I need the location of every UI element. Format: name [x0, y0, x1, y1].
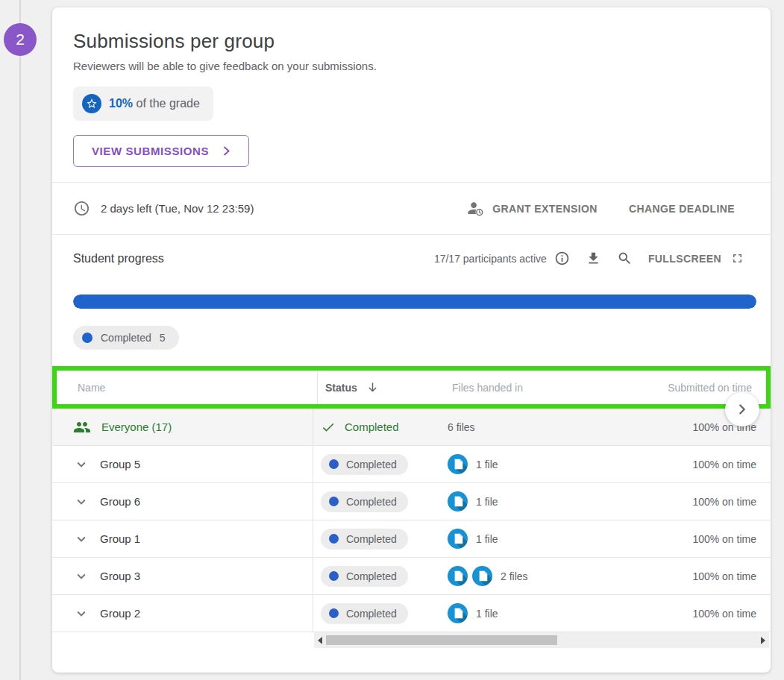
view-submissions-label: VIEW SUBMISSIONS	[92, 145, 209, 157]
page-subtitle: Reviewers will be able to give feedback …	[73, 60, 750, 72]
table-row-group-2[interactable]: Group 2 Completed 1 file 100% on time	[52, 595, 771, 632]
row-name: Group 1	[100, 532, 140, 545]
status-dot	[329, 608, 339, 618]
legend-completed-chip[interactable]: Completed 5	[73, 326, 179, 350]
table-row-group-3[interactable]: Group 3 Completed 2 files	[52, 558, 771, 595]
status-chip-completed: Completed	[321, 491, 408, 512]
progress-bar-fill	[73, 295, 756, 309]
file-icon[interactable]	[448, 491, 468, 511]
step-connector-line	[19, 0, 21, 680]
chevron-right-icon	[734, 401, 750, 418]
files-cell: 1 file	[433, 491, 612, 511]
table-row-group-6[interactable]: Group 6 Completed 1 file 100% on time	[52, 483, 771, 520]
deadline-row: 2 days left (Tue, Nov 12 23:59) GRANT EX…	[52, 182, 771, 235]
grant-extension-button[interactable]: GRANT EXTENSION	[466, 200, 598, 217]
participants-active: 17/17 participants active	[434, 251, 570, 266]
change-deadline-button[interactable]: CHANGE DEADLINE	[629, 203, 735, 215]
progress-bar	[73, 295, 756, 309]
status-dot	[329, 571, 339, 581]
fullscreen-button[interactable]: FULLSCREEN	[648, 251, 744, 265]
star-icon	[82, 94, 101, 113]
student-progress-title: Student progress	[73, 252, 434, 265]
chevron-down-icon[interactable]	[73, 494, 90, 510]
download-icon	[586, 251, 601, 266]
status-chip-completed: Completed	[321, 566, 408, 587]
chevron-down-icon[interactable]	[73, 605, 90, 622]
check-icon	[321, 420, 336, 435]
file-icon[interactable]	[472, 566, 492, 586]
deadline-text: 2 days left (Tue, Nov 12 23:59)	[101, 202, 254, 215]
student-progress-header: Student progress 17/17 participants acti…	[52, 235, 771, 282]
ontime-cell: 100% on time	[612, 533, 771, 545]
view-submissions-button[interactable]: VIEW SUBMISSIONS	[73, 135, 249, 167]
search-icon	[617, 251, 633, 266]
deadline-actions: GRANT EXTENSION CHANGE DEADLINE	[466, 200, 735, 217]
progress-table: Name Status Files handed in Submitted on…	[52, 366, 771, 648]
step-number-badge: 2	[4, 23, 37, 56]
status-chip-completed: Completed	[321, 529, 408, 550]
fullscreen-icon	[730, 251, 744, 265]
horizontal-scrollbar[interactable]	[314, 632, 769, 648]
row-name: Group 3	[100, 570, 140, 582]
status-chip-completed: Completed	[321, 603, 408, 624]
clock-icon	[73, 200, 90, 217]
file-icon[interactable]	[448, 566, 468, 586]
scroll-right-arrow[interactable]	[757, 632, 769, 648]
files-cell: 1 file	[433, 454, 612, 474]
row-name: Group 5	[100, 458, 140, 470]
files-cell: 2 files	[433, 566, 612, 586]
fullscreen-label: FULLSCREEN	[648, 253, 721, 265]
status-dot	[329, 534, 339, 544]
ontime-cell: 100% on time	[612, 459, 771, 470]
scroll-left-arrow[interactable]	[314, 632, 326, 648]
group-people-icon	[73, 418, 91, 436]
legend-count: 5	[160, 332, 166, 344]
grade-weight-chip: 10% of the grade	[73, 86, 213, 121]
files-count: 6 files	[448, 421, 475, 433]
deadline-info: 2 days left (Tue, Nov 12 23:59)	[73, 200, 466, 217]
info-icon[interactable]	[554, 251, 570, 266]
annotation-highlight-box: Name Status Files handed in Submitted on…	[52, 366, 771, 409]
chevron-down-icon[interactable]	[73, 456, 90, 473]
grade-chip-label: 10% of the grade	[109, 97, 200, 110]
page-title: Submissions per group	[73, 30, 750, 53]
row-name: Everyone (17)	[101, 421, 172, 433]
legend-label: Completed	[101, 332, 151, 344]
chevron-down-icon[interactable]	[73, 531, 90, 547]
scrollbar-thumb[interactable]	[326, 635, 557, 645]
column-header-files[interactable]: Files handed in	[437, 382, 616, 394]
submissions-card: Submissions per group Reviewers will be …	[52, 7, 771, 673]
files-cell: 1 file	[433, 529, 612, 549]
files-cell: 1 file	[433, 603, 612, 623]
files-count: 1 file	[476, 496, 498, 508]
column-header-name[interactable]: Name	[57, 371, 318, 404]
chevron-down-icon[interactable]	[73, 568, 90, 585]
row-name: Group 6	[100, 495, 140, 508]
table-row-group-5[interactable]: Group 5 Completed 1 file 100% on time	[52, 446, 771, 483]
person-clock-icon	[466, 200, 485, 217]
files-count: 1 file	[476, 608, 498, 620]
file-icon[interactable]	[448, 529, 468, 549]
card-top-section: Submissions per group Reviewers will be …	[52, 7, 771, 167]
files-count: 1 file	[476, 459, 498, 470]
participants-text: 17/17 participants active	[434, 253, 547, 265]
table-header-row: Name Status Files handed in Submitted on…	[57, 371, 766, 404]
table-row-everyone[interactable]: Everyone (17) Completed 6 files 100% on …	[52, 409, 771, 446]
change-deadline-label: CHANGE DEADLINE	[629, 203, 735, 215]
row-name: Group 2	[100, 607, 140, 620]
sort-descending-icon	[366, 381, 379, 394]
file-icon[interactable]	[448, 603, 468, 623]
search-button[interactable]	[617, 251, 633, 266]
status-dot	[329, 459, 339, 469]
file-icon[interactable]	[448, 454, 468, 474]
status-dot	[329, 497, 339, 506]
files-count: 1 file	[476, 533, 498, 545]
column-header-status[interactable]: Status	[318, 381, 437, 394]
legend-dot	[82, 333, 92, 343]
files-cell: 6 files	[433, 421, 612, 433]
download-button[interactable]	[586, 251, 601, 266]
table-scroll-right-button[interactable]	[725, 392, 759, 426]
ontime-cell: 100% on time	[612, 570, 771, 582]
status-completed: Completed	[321, 420, 399, 435]
table-row-group-1[interactable]: Group 1 Completed 1 file 100% on time	[52, 520, 771, 558]
